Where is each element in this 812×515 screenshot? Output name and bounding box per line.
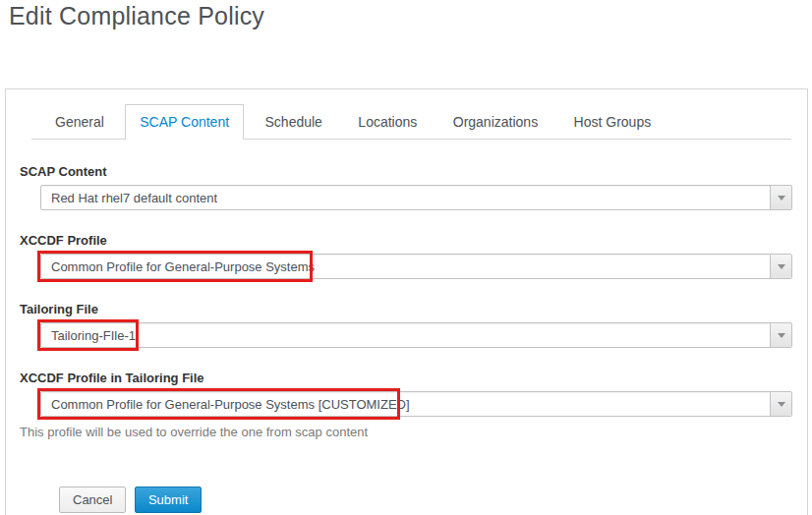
field-xccdf-profile-in-tailoring-file: XCCDF Profile in Tailoring File Common P…	[20, 371, 807, 439]
field-xccdf-profile: XCCDF Profile Common Profile for General…	[20, 233, 807, 279]
tailoring-file-select-wrap: Tailoring-FIle-1	[40, 322, 792, 348]
tab-organizations[interactable]: Organizations	[438, 104, 552, 140]
xccdf-profile-select[interactable]: Common Profile for General-Purpose Syste…	[40, 254, 792, 279]
form-action-buttons: Cancel Submit	[59, 486, 202, 513]
tailoring-file-select[interactable]: Tailoring-FIle-1	[40, 322, 792, 348]
xccdf-profile-in-tailoring-file-label: XCCDF Profile in Tailoring File	[20, 371, 807, 385]
tab-general[interactable]: General	[40, 104, 119, 140]
caret-glyph	[778, 333, 785, 338]
tab-scap-content[interactable]: SCAP Content	[125, 104, 244, 140]
submit-button[interactable]: Submit	[135, 486, 202, 513]
xccdf-profile-selected-value: Common Profile for General-Purpose Syste…	[41, 259, 315, 274]
scap-content-form: SCAP Content Red Hat rhel7 default conte…	[6, 140, 807, 439]
cancel-button[interactable]: Cancel	[59, 486, 126, 513]
chevron-down-icon[interactable]	[770, 186, 791, 209]
tailoring-file-label: Tailoring File	[20, 302, 807, 316]
xccdf-profile-in-tailoring-file-selected-value: Common Profile for General-Purpose Syste…	[41, 397, 410, 412]
policy-tabs: General SCAP Content Schedule Locations …	[31, 104, 791, 140]
scap-content-select-wrap: Red Hat rhel7 default content	[40, 185, 792, 210]
edit-compliance-policy-page: Edit Compliance Policy General SCAP Cont…	[0, 0, 812, 515]
caret-glyph	[778, 196, 785, 200]
scap-content-selected-value: Red Hat rhel7 default content	[41, 191, 217, 205]
tab-locations[interactable]: Locations	[343, 104, 432, 140]
chevron-down-icon[interactable]	[770, 323, 791, 347]
caret-glyph	[778, 264, 785, 269]
xccdf-profile-in-tailoring-file-select-wrap: Common Profile for General-Purpose Syste…	[40, 391, 792, 417]
xccdf-profile-label: XCCDF Profile	[20, 233, 807, 248]
field-tailoring-file: Tailoring File Tailoring-FIle-1	[20, 302, 807, 348]
field-scap-content: SCAP Content Red Hat rhel7 default conte…	[20, 164, 807, 210]
edit-policy-panel: General SCAP Content Schedule Locations …	[5, 88, 808, 515]
xccdf-profile-select-wrap: Common Profile for General-Purpose Syste…	[40, 254, 792, 279]
caret-glyph	[778, 402, 785, 407]
xccdf-profile-override-help-text: This profile will be used to override th…	[20, 425, 807, 439]
tailoring-file-selected-value: Tailoring-FIle-1	[41, 328, 136, 343]
chevron-down-icon[interactable]	[770, 392, 791, 416]
scap-content-select[interactable]: Red Hat rhel7 default content	[40, 185, 792, 210]
tab-host-groups[interactable]: Host Groups	[559, 104, 667, 140]
xccdf-profile-in-tailoring-file-select[interactable]: Common Profile for General-Purpose Syste…	[40, 391, 792, 417]
chevron-down-icon[interactable]	[770, 255, 791, 278]
scap-content-label: SCAP Content	[20, 164, 807, 179]
page-title: Edit Compliance Policy	[9, 2, 264, 30]
tab-schedule[interactable]: Schedule	[251, 104, 337, 140]
